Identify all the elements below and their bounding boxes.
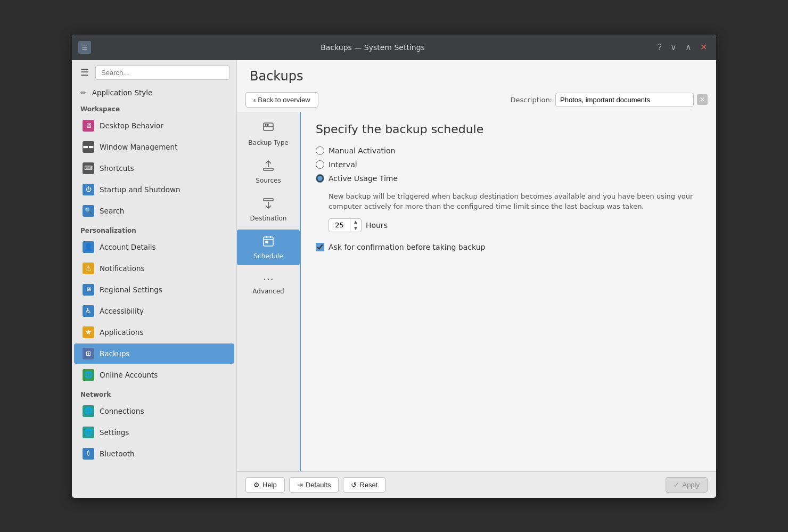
sidebar-item-regional-settings[interactable]: 🖥 Regional Settings [74,280,234,300]
reset-button[interactable]: ↺ Reset [343,477,385,493]
back-btn-label: Back to overview [258,96,310,104]
subnav-schedule[interactable]: Schedule [237,230,300,265]
sidebar-label-settings: Settings [100,428,129,437]
sidebar-item-desktop-behavior[interactable]: 🖥 Desktop Behavior [74,116,234,136]
hours-decrement-button[interactable]: ▼ [350,225,361,232]
hours-row: 25 ▲ ▼ Hours [329,218,701,232]
radio-manual-label: Manual Activation [329,146,395,155]
sidebar-item-window-management[interactable]: ▬▬ Window Management [74,137,234,157]
sidebar-label-startup-shutdown: Startup and Shutdown [100,185,180,194]
sidebar-item-accessibility[interactable]: ♿ Accessibility [74,301,234,321]
radio-interval-input[interactable] [316,160,324,169]
sidebar-item-connections[interactable]: 🌐 Connections [74,401,234,421]
radio-manual-input[interactable] [316,146,324,155]
apply-check-icon: ✓ [674,481,679,489]
titlebar-title: Backups — System Settings [91,43,654,52]
hamburger-button[interactable]: ☰ [78,66,91,79]
schedule-icon [262,235,275,250]
sidebar-label-bluetooth: Bluetooth [100,449,135,458]
description-clear-button[interactable]: ✕ [697,94,708,105]
subnav-backup-type[interactable]: Backup Type [237,116,300,152]
sidebar-label-desktop-behavior: Desktop Behavior [100,121,163,130]
sidebar-item-startup-shutdown[interactable]: ⏻ Startup and Shutdown [74,179,234,200]
subnav-destination[interactable]: Destination [237,192,300,227]
description-label: Description: [511,96,552,104]
sidebar-item-backups[interactable]: ⊞ Backups [74,343,234,364]
subnav-backup-type-label: Backup Type [248,139,288,146]
sidebar-item-application-style[interactable]: ✏ Application Style [72,85,236,100]
accessibility-icon: ♿ [83,305,94,317]
close-button[interactable]: ✕ [697,41,710,53]
schedule-radio-group: Manual Activation Interval Active Usage … [316,146,701,183]
search-input[interactable] [95,66,230,80]
description-row: Description: ✕ [511,93,708,107]
sidebar-label-applications: Applications [100,328,143,337]
svg-rect-6 [264,237,273,246]
spinner-buttons: ▲ ▼ [350,219,361,232]
notifications-icon: ⚠ [83,263,94,274]
defaults-button[interactable]: ⇥ Defaults [289,477,339,493]
subnav-destination-label: Destination [250,215,287,222]
reset-icon: ↺ [351,481,357,489]
sidebar-item-shortcuts[interactable]: ⌨ Shortcuts [74,158,234,178]
maximize-button[interactable]: ∧ [683,41,694,53]
sidebar-label-connections: Connections [100,407,144,415]
sidebar-search-row: ☰ [72,60,236,85]
sidebar-item-applications[interactable]: ★ Applications [74,322,234,342]
network-section-header: Network [72,386,236,400]
confirmation-checkbox-row[interactable]: Ask for confirmation before taking backu… [316,243,701,251]
subnav-advanced[interactable]: ⋯ Advanced [237,267,300,300]
radio-active-usage[interactable]: Active Usage Time [316,174,701,183]
sidebar-item-online-accounts[interactable]: 🌐 Online Accounts [74,365,234,385]
help-titlebar-button[interactable]: ? [654,42,664,53]
regional-icon: 🖥 [83,284,94,296]
sidebar-item-settings[interactable]: 🌐 Settings [74,422,234,443]
content-area: Backup Type Sources [237,112,716,471]
subnav-advanced-label: Advanced [252,288,284,295]
sidebar-label-online-accounts: Online Accounts [100,371,158,379]
sidebar-label-backups: Backups [100,349,130,358]
svg-rect-5 [264,199,273,201]
back-to-overview-button[interactable]: ‹ Back to overview [245,92,318,108]
apply-button[interactable]: ✓ Apply [666,477,708,493]
apply-btn-label: Apply [682,481,700,489]
help-icon: ⚙ [253,481,260,489]
back-chevron-icon: ‹ [253,96,256,104]
sidebar-label-regional-settings: Regional Settings [100,285,162,294]
confirmation-checkbox-label: Ask for confirmation before taking backu… [329,243,485,251]
description-input[interactable] [555,93,694,107]
sidebar-item-account-details[interactable]: 👤 Account Details [74,237,234,257]
window-icon: ☰ [78,41,91,54]
hours-value: 25 [329,219,350,231]
window-management-icon: ▬▬ [83,141,94,153]
sidebar: ☰ ✏ Application Style Workspace 🖥 Deskto… [72,60,237,498]
right-panel: Backups ‹ Back to overview Description: … [237,60,716,498]
radio-interval[interactable]: Interval [316,160,701,169]
titlebar: ☰ Backups — System Settings ? ∨ ∧ ✕ [72,35,716,60]
backups-icon: ⊞ [83,348,94,359]
main-content: ☰ ✏ Application Style Workspace 🖥 Deskto… [72,60,716,498]
minimize-button[interactable]: ∨ [668,41,679,53]
confirmation-checkbox[interactable] [316,243,324,251]
page-title: Backups [250,69,703,84]
help-button[interactable]: ⚙ Help [245,477,285,493]
sidebar-item-bluetooth[interactable]: ₿ Bluetooth [74,444,234,464]
radio-active-usage-input[interactable] [316,174,324,183]
subnav-sources[interactable]: Sources [237,154,300,190]
svg-rect-10 [266,241,268,243]
sidebar-item-search[interactable]: 🔍 Search [74,201,234,221]
startup-icon: ⏻ [83,184,94,195]
sidebar-label-account-details: Account Details [100,243,156,251]
schedule-section-title: Specify the backup schedule [316,122,701,136]
sidebar-item-notifications[interactable]: ⚠ Notifications [74,258,234,279]
hours-spinner: 25 ▲ ▼ [329,218,362,232]
sidebar-label-shortcuts: Shortcuts [100,164,134,173]
svg-point-2 [265,124,266,125]
toolbar-row: ‹ Back to overview Description: ✕ [237,88,716,112]
defaults-btn-label: Defaults [306,481,331,489]
sources-icon [262,159,275,175]
radio-manual-activation[interactable]: Manual Activation [316,146,701,155]
hours-increment-button[interactable]: ▲ [350,219,361,225]
radio-interval-label: Interval [329,160,357,169]
advanced-icon: ⋯ [263,273,274,285]
